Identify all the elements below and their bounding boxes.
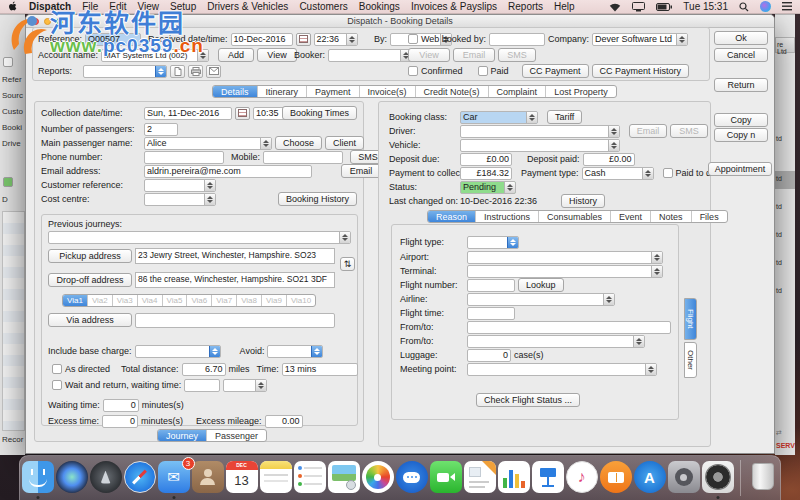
appointment-button[interactable]: Appointment <box>708 162 772 176</box>
dock-trash-icon[interactable] <box>747 461 779 493</box>
wifi-icon[interactable] <box>609 2 621 12</box>
meeting-point-dropdown[interactable] <box>467 363 657 376</box>
flight-type-dropdown[interactable] <box>467 236 519 249</box>
confirmed-checkbox[interactable] <box>408 66 418 76</box>
menu-bookings[interactable]: Bookings <box>359 1 400 12</box>
email-report-icon[interactable] <box>206 65 221 78</box>
via-tab-3[interactable]: Via3 <box>113 295 138 306</box>
dock-safari-icon[interactable] <box>124 461 156 493</box>
menu-reports[interactable]: Reports <box>508 1 543 12</box>
wait-time-field[interactable] <box>184 379 220 392</box>
mobile-field[interactable] <box>263 151 343 164</box>
paid-to-driver-checkbox[interactable] <box>663 168 673 178</box>
view-disabled-button[interactable]: View <box>408 48 450 62</box>
payment-type-dropdown[interactable]: Cash <box>582 167 654 180</box>
dock-keynote-icon[interactable] <box>532 461 564 493</box>
booking-times-button[interactable]: Booking Times <box>282 106 357 120</box>
dock-finder-icon[interactable] <box>22 461 54 493</box>
pickup-address-button[interactable]: Pickup address <box>48 249 132 263</box>
copy-button[interactable]: Copy <box>714 113 768 127</box>
include-base-charge-dropdown[interactable] <box>135 345 221 358</box>
reports-dropdown[interactable] <box>83 65 167 78</box>
calendar-icon[interactable] <box>296 33 311 46</box>
booking-class-dropdown[interactable]: Car <box>460 111 538 124</box>
customer-reference-dropdown[interactable] <box>144 179 216 192</box>
vehicle-dropdown[interactable] <box>460 139 620 152</box>
booking-history-button[interactable]: Booking History <box>278 192 357 206</box>
menu-drivers-vehicles[interactable]: Drivers & Vehicles <box>207 1 288 12</box>
client-button[interactable]: Client <box>325 136 364 150</box>
dock-preview-icon[interactable] <box>328 461 360 493</box>
from-to-field[interactable] <box>467 321 671 334</box>
tab-invoices[interactable]: Invoice(s) <box>360 86 416 97</box>
via-address-button[interactable]: Via address <box>48 313 132 327</box>
via-tab-9[interactable]: Via9 <box>262 295 287 306</box>
check-flight-status-button[interactable]: Check Flight Status ... <box>476 393 580 407</box>
paid-checkbox[interactable] <box>478 66 488 76</box>
print-icon[interactable] <box>188 65 203 78</box>
email-disabled-button[interactable]: Email <box>453 48 495 62</box>
tab-instructions[interactable]: Instructions <box>476 211 539 222</box>
driver-dropdown[interactable] <box>460 125 620 138</box>
via-tab-4[interactable]: Via4 <box>138 295 163 306</box>
excess-time-field[interactable]: 0 <box>102 415 138 428</box>
dock-pages-icon[interactable] <box>464 461 496 493</box>
lookup-button[interactable]: Lookup <box>518 278 564 292</box>
wait-return-checkbox[interactable] <box>52 380 62 390</box>
menu-dispatch[interactable]: Dispatch <box>29 1 71 12</box>
menu-file[interactable]: File <box>82 1 98 12</box>
wait-time-unit-dropdown[interactable] <box>223 379 267 392</box>
notification-center-icon[interactable] <box>782 2 792 11</box>
tab-payment[interactable]: Payment <box>307 86 360 97</box>
dock-mail-icon[interactable]: 3✉ <box>158 461 190 493</box>
swap-addresses-icon[interactable]: ⇅ <box>340 257 355 271</box>
spotlight-search-icon[interactable] <box>739 2 749 12</box>
received-date-field[interactable]: 10-Dec-2016 <box>231 33 293 46</box>
status-dropdown[interactable]: Pending <box>460 181 516 194</box>
background-checkbox[interactable] <box>3 57 13 67</box>
via-tab-7[interactable]: Via7 <box>212 295 237 306</box>
tab-details[interactable]: Details <box>213 86 258 97</box>
dock-siri-icon[interactable] <box>56 461 88 493</box>
email-button[interactable]: Email <box>341 164 381 178</box>
tab-credit-notes[interactable]: Credit Note(s) <box>416 86 489 97</box>
driver-sms-button[interactable]: SMS <box>670 124 708 138</box>
via-tab-2[interactable]: Via2 <box>88 295 113 306</box>
menu-view[interactable]: View <box>138 1 160 12</box>
flight-side-tab[interactable]: Flight <box>684 298 697 340</box>
airline-dropdown[interactable] <box>467 293 615 306</box>
history-button[interactable]: History <box>561 194 605 208</box>
passengers-field[interactable]: 2 <box>144 123 178 136</box>
main-passenger-dropdown[interactable]: Alice <box>144 137 272 150</box>
time-field[interactable]: 13 mins <box>282 363 358 376</box>
deposit-paid-field[interactable]: £0.00 <box>583 153 635 166</box>
flight-time-field[interactable] <box>467 307 515 320</box>
dock-reminders-icon[interactable] <box>294 461 326 493</box>
view-button[interactable]: View <box>257 48 297 62</box>
reference-field[interactable]: Q00507 <box>85 33 141 46</box>
waiting-time-field[interactable]: 0 <box>103 399 139 412</box>
avoid-dropdown[interactable] <box>267 345 323 358</box>
deposit-due-field[interactable]: £0.00 <box>460 153 512 166</box>
received-time-field[interactable]: 22:36 <box>314 33 358 46</box>
pickup-address-field[interactable]: 23 Jewry Street, Winchester, Hampshire. … <box>135 248 335 264</box>
luggage-field[interactable]: 0 <box>467 349 511 362</box>
menu-bar-clock[interactable]: Tue 15:31 <box>683 1 728 12</box>
menu-customers[interactable]: Customers <box>299 1 347 12</box>
collection-date-field[interactable]: Sun, 11-Dec-2016 <box>144 107 232 120</box>
tab-passenger[interactable]: Passenger <box>207 430 266 441</box>
dock-photos-icon[interactable] <box>362 461 394 493</box>
dock-system-preferences-icon[interactable] <box>668 461 700 493</box>
apple-menu-icon[interactable] <box>8 1 18 12</box>
via-tab-6[interactable]: Via6 <box>187 295 212 306</box>
menu-help[interactable]: Help <box>554 1 575 12</box>
tariff-button[interactable]: Tariff <box>547 110 582 124</box>
battery-icon[interactable] <box>656 3 672 11</box>
terminal-dropdown[interactable] <box>467 265 663 278</box>
menu-invoices-payslips[interactable]: Invoices & Payslips <box>411 1 497 12</box>
from-to2-dropdown[interactable] <box>467 335 645 348</box>
tab-reason[interactable]: Reason <box>428 211 476 222</box>
copy-n-button[interactable]: Copy n <box>714 128 768 142</box>
via-tab-10[interactable]: Via10 <box>287 295 315 306</box>
display-icon[interactable] <box>632 2 645 12</box>
